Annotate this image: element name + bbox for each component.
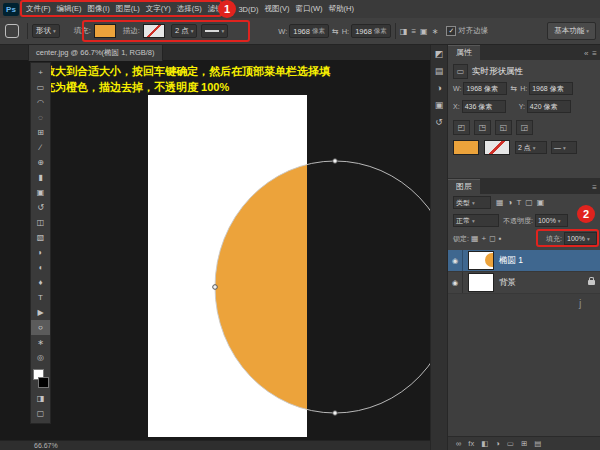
layer-thumbnail[interactable]: [468, 251, 494, 270]
gradient-tool[interactable]: ▧: [31, 230, 50, 245]
prop-h-field[interactable]: 1968 像素: [529, 82, 573, 95]
path-operations-icon[interactable]: ◨: [400, 27, 408, 36]
pen-tool[interactable]: ♦: [31, 275, 50, 290]
tab-layers[interactable]: 图层: [448, 179, 480, 194]
new-layer-icon[interactable]: ⊞: [521, 439, 527, 448]
menu-image[interactable]: 图像(I): [85, 4, 113, 14]
link-dimensions-icon[interactable]: ⇆: [332, 27, 339, 36]
layer-name[interactable]: 背景: [499, 277, 516, 289]
gear-icon[interactable]: ∗: [432, 27, 439, 36]
menu-file[interactable]: 文件(F): [23, 4, 54, 14]
layer-effects-icon[interactable]: fx: [468, 439, 474, 448]
anchor-point-left[interactable]: [213, 285, 218, 290]
path-alignment-icon[interactable]: ≡: [411, 27, 416, 36]
shape-prop-icon-se[interactable]: ◲: [516, 120, 533, 135]
shape-width-input[interactable]: 1968 像素: [289, 24, 329, 38]
clone-stamp-tool[interactable]: ▣: [31, 185, 50, 200]
anchor-point-top[interactable]: [333, 159, 338, 164]
shape-prop-icon-sw[interactable]: ◱: [495, 120, 512, 135]
layer-row-background[interactable]: ◉ 背景: [448, 272, 600, 294]
shape-filter-icon[interactable]: ▢: [525, 198, 533, 207]
menu-help[interactable]: 帮助(H): [326, 4, 357, 14]
color-panel-icon[interactable]: ◩: [435, 49, 444, 59]
ellipse-shape-tool[interactable]: ○: [31, 320, 50, 335]
delete-layer-icon[interactable]: ▤: [534, 439, 541, 448]
type-filter-icon[interactable]: T: [516, 198, 521, 207]
move-tool[interactable]: +: [31, 65, 50, 80]
menu-edit[interactable]: 编辑(E): [54, 4, 85, 14]
prop-y-field[interactable]: 420 像素: [527, 100, 571, 113]
smart-object-filter-icon[interactable]: ▣: [537, 198, 545, 207]
adjustments-panel-icon[interactable]: ◑: [436, 83, 441, 93]
lock-position-icon[interactable]: ◻: [489, 234, 496, 243]
zoom-tool[interactable]: ◎: [31, 350, 50, 365]
type-tool[interactable]: T: [31, 290, 50, 305]
layer-row-ellipse[interactable]: ◉ 椭圆 1: [448, 250, 600, 272]
history-brush-tool[interactable]: ↺: [31, 200, 50, 215]
adjustment-layer-icon[interactable]: ◑: [495, 439, 500, 448]
tool-mode-select[interactable]: 形状 ▾: [32, 24, 60, 38]
properties-fill-swatch[interactable]: [453, 140, 479, 155]
quick-mask-icon[interactable]: ◨: [31, 391, 50, 406]
layer-mask-icon[interactable]: ◧: [481, 439, 488, 448]
properties-stroke-swatch[interactable]: [484, 140, 510, 155]
link-dimensions-icon[interactable]: ⇆: [510, 84, 517, 93]
layer-filter-select[interactable]: 类型 ▾: [453, 196, 491, 209]
lock-pixels-icon[interactable]: +: [482, 234, 487, 243]
canvas-area[interactable]: [0, 60, 430, 440]
fill-color-swatch[interactable]: [94, 24, 116, 38]
adjustment-filter-icon[interactable]: ◑: [508, 198, 513, 207]
swatches-panel-icon[interactable]: ▤: [435, 66, 444, 76]
stroke-width-select[interactable]: 2 点 ▾: [171, 24, 198, 38]
dodge-tool[interactable]: ◖: [31, 260, 50, 275]
opacity-field[interactable]: 100% ▾: [535, 214, 568, 227]
blur-tool[interactable]: ◗: [31, 245, 50, 260]
link-layers-icon[interactable]: ∞: [456, 439, 461, 448]
prop-x-field[interactable]: 436 像素: [462, 100, 506, 113]
brush-tool[interactable]: ▮: [31, 170, 50, 185]
shape-height-input[interactable]: 1968 像素: [351, 24, 391, 38]
properties-stroke-width-select[interactable]: 2 点 ▾: [515, 141, 547, 154]
properties-stroke-style-select[interactable]: — ▾: [551, 141, 577, 154]
fill-opacity-field[interactable]: 100% ▾: [564, 232, 597, 245]
background-color-swatch[interactable]: [38, 377, 49, 388]
zoom-level[interactable]: 66.67%: [34, 442, 58, 449]
visibility-eye-icon[interactable]: ◉: [448, 272, 463, 293]
stroke-type-select[interactable]: ▾: [201, 24, 228, 38]
align-edges-checkbox[interactable]: ✓: [446, 26, 456, 36]
workspace-switcher-button[interactable]: 基本功能 ▾: [547, 22, 596, 40]
pixel-filter-icon[interactable]: ▦: [496, 198, 504, 207]
prop-w-field[interactable]: 1968 像素: [463, 82, 507, 95]
menu-layer[interactable]: 图层(L): [113, 4, 143, 14]
panel-menu-icon[interactable]: ≡: [592, 49, 597, 58]
menu-view[interactable]: 视图(V): [261, 4, 292, 14]
layer-thumbnail[interactable]: [468, 273, 494, 292]
document-tab[interactable]: center.jpg @ 66.7%(椭圆 1, RGB/8): [28, 44, 163, 61]
menu-type[interactable]: 文字(Y): [143, 4, 174, 14]
menu-3d[interactable]: 3D(D): [235, 5, 261, 14]
history-panel-icon[interactable]: ↺: [435, 117, 443, 127]
layer-name[interactable]: 椭圆 1: [499, 255, 523, 267]
lock-all-icon[interactable]: ▪: [499, 234, 502, 243]
tab-properties[interactable]: 属性: [448, 45, 480, 60]
screen-mode-icon[interactable]: ▢: [31, 406, 50, 421]
path-selection-tool[interactable]: ▶: [31, 305, 50, 320]
lasso-tool[interactable]: ◠: [31, 95, 50, 110]
anchor-point-bottom[interactable]: [333, 411, 338, 416]
eyedropper-tool[interactable]: ∕: [31, 140, 50, 155]
styles-panel-icon[interactable]: ▣: [435, 100, 444, 110]
quick-selection-tool[interactable]: ◌: [31, 110, 50, 125]
marquee-tool[interactable]: ▭: [31, 80, 50, 95]
lock-transparency-icon[interactable]: ▦: [471, 234, 479, 243]
crop-tool[interactable]: ⊞: [31, 125, 50, 140]
path-arrange-icon[interactable]: ▣: [420, 27, 428, 36]
healing-brush-tool[interactable]: ⊕: [31, 155, 50, 170]
panel-menu-icon[interactable]: ≡: [592, 183, 597, 192]
stroke-color-swatch[interactable]: [143, 24, 165, 38]
eraser-tool[interactable]: ◫: [31, 215, 50, 230]
menu-window[interactable]: 窗口(W): [292, 4, 325, 14]
visibility-eye-icon[interactable]: ◉: [448, 250, 463, 271]
color-swatches[interactable]: [31, 367, 50, 391]
blend-mode-select[interactable]: 正常 ▾: [453, 214, 499, 227]
menu-select[interactable]: 选择(S): [174, 4, 205, 14]
